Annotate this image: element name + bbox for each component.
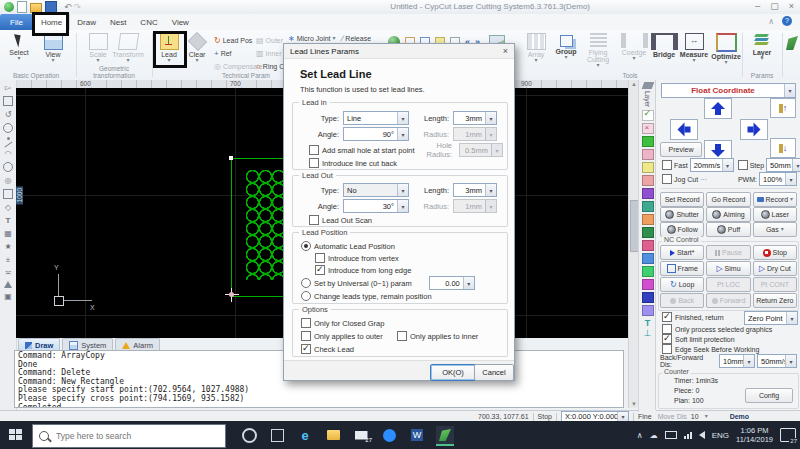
check-lead-checkbox[interactable] <box>301 344 311 354</box>
pwm-combo[interactable]: 100%▾ <box>759 172 797 186</box>
lead-in-length-combo[interactable]: 3mm▾ <box>453 111 497 125</box>
dialog-close-icon[interactable]: × <box>503 46 508 56</box>
dry-cut-button[interactable]: ▷Dry Cut <box>753 261 797 276</box>
finished-return-combo[interactable]: Zero Point▾ <box>744 311 798 325</box>
cypcut-taskbar-icon[interactable] <box>436 426 454 446</box>
laser-button[interactable]: Laser <box>753 207 797 222</box>
jog-left-button[interactable] <box>670 119 698 140</box>
group-button[interactable]: Group▾ <box>550 32 582 60</box>
loop-button[interactable]: ↻Loop <box>660 277 704 292</box>
mail-icon[interactable]: 27 <box>352 426 370 444</box>
onedrive-icon[interactable]: ☁ <box>650 431 658 440</box>
anchor-tool-icon[interactable]: ⊥ <box>644 328 652 338</box>
layer-color-swatch[interactable] <box>642 227 654 238</box>
rect-tool-icon[interactable] <box>3 189 13 199</box>
tab-file[interactable]: File <box>0 14 33 30</box>
undo-icon[interactable]: ↶ <box>64 2 72 12</box>
finished-return-checkbox[interactable] <box>662 312 672 322</box>
preview-button[interactable]: Preview <box>660 142 702 157</box>
lead-in-angle-combo[interactable]: 90°▾ <box>343 127 409 141</box>
tab-cnc[interactable]: CNC <box>133 14 164 30</box>
zoom-tool-icon[interactable] <box>3 123 13 133</box>
grid-tool-icon[interactable]: ▦ <box>4 229 13 238</box>
arc-tool-icon[interactable]: ◠ <box>4 149 13 158</box>
eraser-icon[interactable] <box>641 82 654 89</box>
coedge-button[interactable]: Coedge▾ <box>618 32 650 61</box>
offset-tool-icon[interactable]: ± <box>4 255 13 264</box>
inner-button[interactable]: ▥Inner <box>256 48 282 58</box>
layer-color-swatch[interactable] <box>642 292 654 303</box>
word-icon[interactable]: W <box>408 426 426 444</box>
taskbar-search[interactable] <box>32 424 226 448</box>
save-icon[interactable] <box>45 1 57 13</box>
pause-button[interactable]: Pause <box>706 245 750 260</box>
bf-speed-combo[interactable]: 50mm/s▾ <box>757 354 797 368</box>
only-selected-option[interactable]: Only process selected graphics <box>662 324 772 334</box>
close-button[interactable]: × <box>789 1 794 11</box>
pt-cont-button[interactable]: Pt CONT <box>753 277 797 292</box>
small-hole-checkbox[interactable] <box>309 145 319 155</box>
layer-color-swatch[interactable] <box>642 162 654 173</box>
lead-out-type-combo[interactable]: No▾ <box>343 183 409 197</box>
jog-cut-checkbox[interactable] <box>662 174 672 184</box>
applies-inner-checkbox[interactable] <box>397 331 407 341</box>
back-button[interactable]: Back <box>660 293 704 308</box>
cancel-button[interactable]: Cancel <box>474 364 514 381</box>
forward-button[interactable]: Forward <box>706 293 750 308</box>
universal-param-combo[interactable]: 0.00▾ <box>429 276 475 290</box>
finished-return-option[interactable]: Finished, return <box>662 312 724 322</box>
clear-button[interactable]: Clear▾ <box>184 32 210 63</box>
cortana-icon[interactable] <box>240 426 258 444</box>
edge-seek-checkbox[interactable] <box>662 344 672 354</box>
layer-color-swatch[interactable] <box>642 240 654 251</box>
lead-in-type-combo[interactable]: Line▾ <box>343 111 409 125</box>
restore-button[interactable]: ▢ <box>770 1 779 11</box>
layer-color-swatch[interactable] <box>642 175 654 186</box>
measure-button[interactable]: ↔ Measure▾ <box>678 32 710 63</box>
puff-button[interactable]: Puff <box>706 222 750 237</box>
align-tool-icon[interactable]: ≍ <box>4 268 13 277</box>
lead-out-scan-checkbox[interactable] <box>309 215 319 225</box>
layer-color-swatch[interactable] <box>642 305 654 316</box>
record-button[interactable]: Record▾ <box>753 192 797 207</box>
star-tool-icon[interactable]: ★ <box>4 242 13 251</box>
step-combo[interactable]: 50mm▾ <box>766 158 800 172</box>
edge-icon[interactable]: e <box>296 426 314 444</box>
frame-button[interactable]: Frame <box>660 261 704 276</box>
dialog-title-bar[interactable]: Lead Lines Params × <box>284 44 514 59</box>
from-vertex-checkbox[interactable] <box>315 253 325 263</box>
bridge-button[interactable]: Bridge <box>648 32 680 58</box>
change-leads-radio[interactable] <box>301 291 311 301</box>
status-fine[interactable]: Fine <box>638 413 652 420</box>
layer-color-swatch[interactable] <box>642 201 654 212</box>
collapse-ribbon-icon[interactable]: ∧ <box>768 17 774 26</box>
gas-button[interactable]: Gas▾ <box>753 222 797 237</box>
start-button[interactable] <box>9 429 22 440</box>
language-indicator[interactable]: ENG <box>712 431 729 440</box>
battery-icon[interactable] <box>665 431 677 439</box>
layer-button[interactable]: Layer▾ <box>746 32 778 61</box>
layer-color-swatch[interactable] <box>642 136 654 147</box>
go-record-button[interactable]: Go Record <box>706 192 750 207</box>
stop-button[interactable]: Stop <box>753 245 797 260</box>
clock[interactable]: 1:06 PM11/14/2019 <box>736 426 773 444</box>
jog-up-button[interactable] <box>704 98 732 119</box>
pan-tool-icon[interactable] <box>3 96 13 106</box>
z-down-button[interactable]: ↓ <box>770 138 796 158</box>
outer-button[interactable]: ▤Outer <box>256 35 283 45</box>
chamfer-tool-icon[interactable] <box>4 281 12 288</box>
array-button[interactable]: Array▾ <box>520 32 552 63</box>
simu-button[interactable]: ▷Simu <box>706 261 750 276</box>
ellipse-tool-icon[interactable]: ◎ <box>4 176 13 185</box>
layer-color-swatch[interactable] <box>642 266 654 277</box>
status-move-dis-value[interactable]: 10 <box>691 413 699 420</box>
tab-home[interactable]: Home <box>33 14 70 31</box>
transform-button[interactable]: Transform▾ <box>108 32 148 63</box>
help-icon[interactable]: ? <box>782 16 792 26</box>
file-explorer-icon[interactable] <box>324 426 342 444</box>
lead-out-length-combo[interactable]: 3mm▾ <box>453 183 497 197</box>
new-file-icon[interactable] <box>17 1 27 13</box>
bf-dis-combo[interactable]: 10mm▾ <box>719 354 755 368</box>
release-button[interactable]: ∕Release <box>342 33 371 43</box>
layer-delete-checkbox[interactable]: × <box>642 123 654 134</box>
